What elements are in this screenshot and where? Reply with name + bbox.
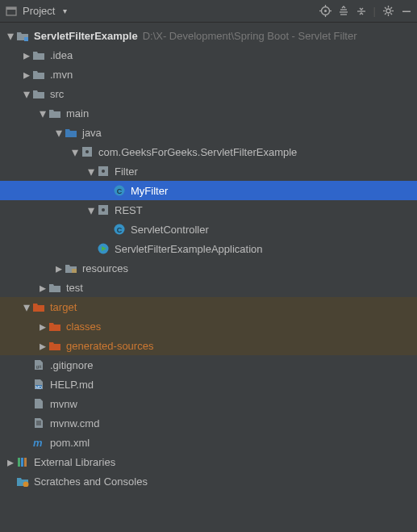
file-icon [32,397,45,410]
package-icon [97,203,110,216]
expand-arrow-icon[interactable] [53,125,65,140]
file-icon [32,417,45,429]
node-label: HELP.md [50,379,94,391]
tree-item-main[interactable]: main [0,103,417,123]
expand-arrow-icon[interactable] [21,67,32,82]
svg-point-3 [324,10,327,12]
tree-item-resources[interactable]: resources [0,258,417,278]
expand-arrow-icon[interactable] [5,28,16,44]
node-label: .idea [50,49,73,61]
svg-line-19 [385,13,386,15]
tree-item-mvn[interactable]: .mvn [0,65,417,84]
collapse-all-icon[interactable] [356,6,367,17]
node-label: classes [66,320,101,333]
project-toolbar: Project ▾ | [0,0,417,23]
project-pane-icon [5,5,18,18]
tree-item-external-libs[interactable]: External Libraries [0,452,417,471]
runnable-class-icon [97,242,110,255]
node-label: java [82,127,102,139]
expand-arrow-icon[interactable] [85,164,97,179]
locate-icon[interactable] [319,5,332,17]
module-folder-icon [16,29,29,42]
folder-icon [48,281,61,294]
svg-line-18 [390,13,392,15]
tree-item-java[interactable]: java [0,123,417,142]
folder-icon [32,68,45,81]
folder-icon [48,107,61,119]
tree-item-myfilter[interactable]: C MyFilter [0,181,417,200]
module-path: D:\X- Development\Spring Boot - Servlet … [143,30,357,42]
svg-text:MD: MD [35,385,42,390]
svg-rect-22 [24,37,28,41]
tree-item-src[interactable]: src [0,84,417,103]
node-label: Scratches and Consoles [34,475,148,488]
maven-icon: m [32,436,45,449]
svg-point-30 [102,208,105,212]
expand-arrow-icon[interactable] [21,86,32,102]
node-label: resources [82,262,128,274]
expand-arrow-icon[interactable] [53,261,65,276]
project-label: Project [23,5,55,17]
excluded-folder-icon [48,339,61,352]
scratches-icon [16,475,29,488]
tree-root-module[interactable]: ServletFilterExample D:\X- Development\S… [0,26,417,45]
svg-rect-44 [21,458,23,467]
expand-arrow-icon[interactable] [37,106,48,121]
hide-icon[interactable] [401,6,412,17]
svg-rect-21 [402,10,411,12]
expand-arrow-icon[interactable] [21,300,32,315]
tree-item-target[interactable]: target [0,297,417,316]
expand-arrow-icon[interactable] [69,145,81,160]
excluded-folder-icon [48,320,61,333]
svg-text:git: git [36,364,42,369]
module-name: ServletFilterExample [34,30,138,42]
tree-item-mvnwcmd[interactable]: mvnw.cmd [0,413,417,433]
expand-arrow-icon[interactable] [37,319,48,334]
tree-item-helpmd[interactable]: MD HELP.md [0,375,417,394]
svg-point-26 [102,170,105,173]
node-label: ServletFilterExampleApplication [115,243,263,255]
node-label: pom.xml [50,437,90,449]
tree-item-pom[interactable]: m pom.xml [0,433,417,452]
tree-item-idea[interactable]: .idea [0,45,417,65]
tree-item-mvnw[interactable]: mvnw [0,394,417,413]
node-label: src [50,88,64,100]
node-label: MyFilter [131,185,168,197]
tree-item-gensrc[interactable]: generated-sources [0,336,417,355]
tree-item-test[interactable]: test [0,278,417,297]
tree-item-rest-pkg[interactable]: REST [0,200,417,220]
expand-all-icon[interactable] [338,6,349,17]
expand-arrow-icon[interactable] [21,48,32,63]
expand-arrow-icon[interactable] [37,338,48,354]
package-icon [97,165,110,178]
node-label: .mvn [50,69,73,81]
svg-text:C: C [117,226,123,234]
svg-text:C: C [117,187,123,195]
tree-item-scratches[interactable]: Scratches and Consoles [0,471,417,491]
class-icon: C [113,223,126,236]
folder-icon [32,48,45,61]
markdown-file-icon: MD [32,378,45,391]
expand-arrow-icon[interactable] [37,280,48,295]
expand-arrow-icon[interactable] [5,455,16,470]
project-dropdown[interactable]: Project ▾ [5,5,67,18]
node-label: .gitignore [50,359,93,371]
settings-icon[interactable] [382,5,394,17]
expand-arrow-icon[interactable] [85,203,97,218]
tree-item-application[interactable]: ServletFilterExampleApplication [0,239,417,258]
svg-point-12 [386,9,390,13]
tree-item-servletcontroller[interactable]: C ServletController [0,220,417,239]
toolbar-separator: | [373,5,376,17]
tree-item-filter-pkg[interactable]: Filter [0,161,417,181]
node-label: ServletController [131,224,209,236]
tree-item-classes[interactable]: classes [0,316,417,336]
svg-rect-43 [18,458,20,467]
tree-item-gitignore[interactable]: git .gitignore [0,355,417,375]
excluded-folder-icon [32,300,45,313]
node-label: REST [115,204,143,216]
project-tree: ServletFilterExample D:\X- Development\S… [0,23,417,491]
tree-item-package[interactable]: com.GeeksForGeeks.ServletFilterExample [0,142,417,161]
source-folder-icon [65,126,77,139]
folder-icon [32,87,45,100]
svg-rect-1 [6,7,16,10]
